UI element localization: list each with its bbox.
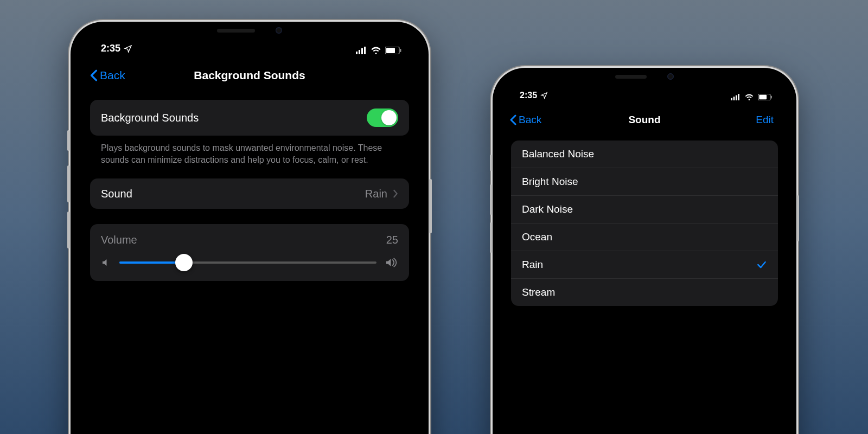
sound-option[interactable]: Bright Noise [511,168,778,195]
sound-row[interactable]: Sound Rain [90,178,409,209]
chevron-left-icon [510,114,516,125]
sound-option-label: Stream [522,286,555,298]
back-button[interactable]: Back [90,69,125,82]
back-label: Back [100,69,125,82]
mute-switch [490,155,492,171]
sound-option[interactable]: Dark Noise [511,195,778,223]
wifi-icon [371,47,381,54]
chevron-left-icon [90,69,98,81]
earpiece [615,75,647,79]
sound-group: Sound Rain [90,178,409,209]
checkmark-icon [756,259,767,270]
back-button[interactable]: Back [510,114,541,126]
location-icon [540,92,548,99]
description-text: Plays background sounds to mask unwanted… [90,136,409,178]
screen-right: 2:35 Back Sound Edit Balanced NoiseBrigh… [502,78,787,434]
toggle-label: Background Sounds [101,112,199,124]
sound-option[interactable]: Stream [511,278,778,306]
wifi-icon [744,94,754,100]
svg-rect-12 [759,95,767,100]
volume-slider[interactable] [119,261,376,264]
front-camera [667,73,674,80]
sound-label: Sound [101,188,132,200]
screen-left: 2:35 Back Background Sounds Background S… [80,31,419,434]
notch [160,22,339,39]
volume-group: Volume 25 [90,224,409,281]
location-icon [124,44,132,53]
svg-rect-9 [736,95,737,100]
volume-up-button [490,184,492,215]
cellular-icon [731,94,741,100]
edit-button[interactable]: Edit [756,114,774,126]
cellular-icon [356,47,367,54]
toggle-group: Background Sounds [90,100,409,136]
svg-rect-2 [361,48,363,54]
back-label: Back [519,114,541,126]
sound-option[interactable]: Balanced Noise [511,141,778,168]
volume-value: 25 [386,234,398,246]
svg-rect-0 [356,52,358,54]
svg-rect-3 [364,47,366,54]
svg-rect-6 [400,49,401,52]
chevron-right-icon [393,189,398,198]
volume-up-button [67,165,70,202]
battery-icon [758,94,773,100]
sound-list: Balanced NoiseBright NoiseDark NoiseOcea… [511,141,778,306]
volume-down-button [67,212,70,248]
page-title: Background Sounds [194,69,305,82]
status-time: 2:35 [101,43,120,54]
notch [569,68,720,85]
volume-down-button [490,222,492,253]
volume-high-icon [385,257,398,268]
toggle-switch[interactable] [367,108,398,127]
phone-mockup-left: 2:35 Back Background Sounds Background S… [71,22,429,434]
volume-label: Volume [101,234,137,246]
sound-option-label: Dark Noise [522,203,573,215]
svg-rect-5 [386,48,395,53]
svg-rect-13 [771,95,772,98]
sound-option-label: Balanced Noise [522,148,594,160]
nav-bar: Back Background Sounds [80,61,419,90]
nav-bar: Back Sound Edit [502,107,787,133]
svg-rect-7 [731,98,732,100]
slider-thumb[interactable] [175,254,193,271]
sound-option-label: Bright Noise [522,176,578,188]
mute-switch [67,130,70,151]
sound-option-label: Ocean [522,231,552,243]
earpiece [217,29,255,33]
svg-rect-1 [359,50,360,54]
phone-mockup-right: 2:35 Back Sound Edit Balanced NoiseBrigh… [493,68,796,434]
svg-rect-10 [738,94,739,100]
page-title: Sound [628,114,660,126]
sound-value: Rain [365,188,387,200]
sound-option[interactable]: Rain [511,251,778,278]
power-button [797,195,799,241]
volume-low-icon [101,258,111,267]
front-camera [276,27,282,34]
battery-icon [385,47,401,54]
sound-option[interactable]: Ocean [511,223,778,251]
background-sounds-toggle-row[interactable]: Background Sounds [90,100,409,136]
sound-option-label: Rain [522,259,543,271]
status-time: 2:35 [520,91,537,100]
power-button [429,179,432,233]
svg-rect-8 [733,97,735,100]
